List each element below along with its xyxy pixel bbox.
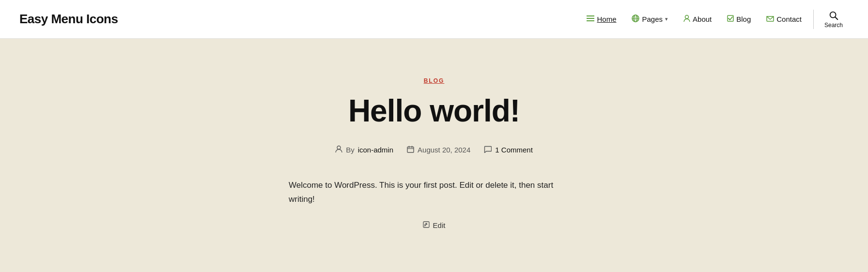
- svg-line-12: [835, 17, 837, 19]
- nav-items: Home Pages ▾: [580, 11, 808, 28]
- nav-contact-label: Contact: [776, 15, 802, 23]
- user-icon: [683, 15, 690, 24]
- nav-divider: [813, 10, 814, 29]
- post-author-meta: By icon-admin: [335, 145, 393, 154]
- edit-link[interactable]: Edit: [423, 221, 446, 229]
- nav-item-contact[interactable]: Contact: [760, 11, 808, 27]
- site-title[interactable]: Easy Menu Icons: [19, 12, 118, 27]
- menu-icon: [587, 15, 594, 24]
- nav-about-label: About: [693, 15, 712, 23]
- post-author[interactable]: icon-admin: [358, 146, 393, 154]
- post-meta: By icon-admin August 20, 2024 1 Comment: [335, 145, 533, 154]
- mail-icon: [766, 15, 774, 23]
- search-label: Search: [824, 22, 843, 29]
- post-date-meta: August 20, 2024: [407, 146, 470, 154]
- post-comments[interactable]: 1 Comment: [495, 146, 533, 154]
- author-icon: [335, 145, 342, 154]
- svg-rect-14: [407, 147, 414, 152]
- chevron-down-icon: ▾: [665, 16, 668, 22]
- comment-icon: [484, 146, 492, 154]
- search-icon: [828, 10, 839, 21]
- calendar-icon: [407, 146, 414, 154]
- post-date: August 20, 2024: [418, 146, 470, 154]
- search-button[interactable]: Search: [819, 6, 849, 32]
- checkmark-icon: [727, 15, 734, 23]
- nav-home-label: Home: [597, 15, 616, 23]
- post-excerpt: Welcome to WordPress. This is your first…: [289, 179, 579, 207]
- nav-item-pages[interactable]: Pages ▾: [625, 11, 675, 28]
- nav-item-about[interactable]: About: [677, 11, 718, 28]
- nav-blog-label: Blog: [736, 15, 751, 23]
- post-title: Hello world!: [348, 94, 520, 128]
- main-nav: Home Pages ▾: [580, 6, 849, 32]
- svg-point-8: [685, 15, 689, 19]
- edit-icon: [423, 221, 430, 229]
- nav-pages-label: Pages: [642, 15, 663, 23]
- post-category[interactable]: BLOG: [424, 77, 445, 84]
- nav-item-home[interactable]: Home: [580, 11, 623, 28]
- post-author-prefix: By: [346, 146, 355, 154]
- globe-icon: [632, 15, 639, 24]
- svg-point-13: [337, 146, 341, 150]
- site-header: Easy Menu Icons Home: [0, 0, 868, 39]
- nav-item-blog[interactable]: Blog: [720, 11, 758, 27]
- edit-label: Edit: [433, 221, 446, 229]
- main-content: BLOG Hello world! By icon-admin: [0, 39, 868, 272]
- post-comments-meta: 1 Comment: [484, 146, 533, 154]
